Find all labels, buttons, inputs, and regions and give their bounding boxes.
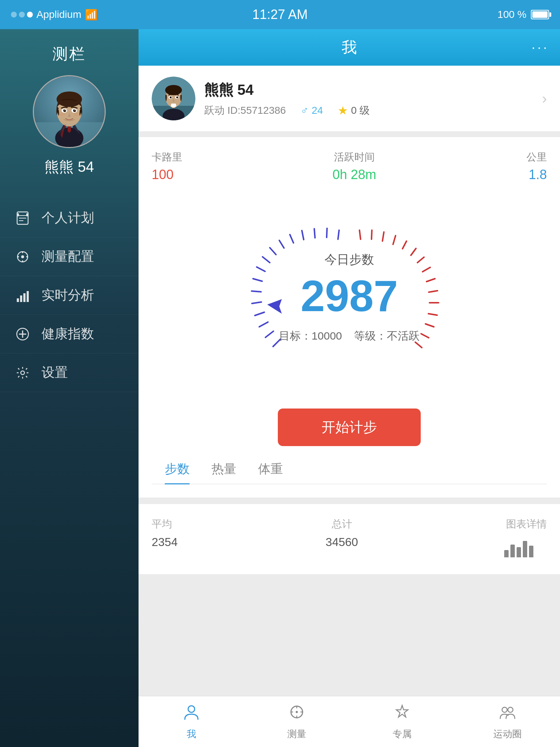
tab-me[interactable]: 我 (139, 696, 244, 747)
signal-dots (11, 12, 33, 18)
profile-level: ★ 0 级 (338, 104, 370, 117)
total-value: 34560 (326, 535, 358, 549)
svg-line-64 (252, 302, 261, 303)
main-layout: 测栏 (0, 29, 560, 747)
svg-point-58 (176, 97, 178, 98)
svg-line-80 (393, 236, 396, 244)
svg-line-62 (259, 322, 268, 327)
svg-line-72 (302, 231, 304, 240)
bar-2 (510, 545, 515, 557)
profile-age: 24 (312, 105, 323, 116)
signal-dot-3 (27, 12, 33, 18)
realtime-analysis-label: 实时分析 (42, 286, 94, 304)
distance-label: 公里 (526, 150, 547, 164)
level-value: 0 级 (351, 104, 370, 117)
gauge-center: 今日步数 2987 目标：10000 等级：不活跃 (279, 251, 420, 344)
svg-line-47 (18, 376, 20, 378)
svg-line-45 (26, 376, 27, 378)
distance-value: 1.8 (526, 167, 547, 182)
app-name: Applidium (36, 9, 81, 20)
sidebar-item-settings[interactable]: 设置 (0, 353, 139, 392)
tab-weight[interactable]: 体重 (258, 461, 283, 484)
stats-section: 平均 2354 总计 34560 图表详情 (139, 504, 560, 574)
chart-label: 图表详情 (506, 517, 547, 531)
svg-point-54 (165, 85, 182, 95)
tab-measure[interactable]: 测量 (244, 696, 349, 747)
profile-avatar (152, 77, 195, 120)
calories-value: 100 (152, 167, 182, 182)
svg-line-84 (423, 267, 430, 272)
chart-col[interactable]: 图表详情 (506, 517, 547, 561)
sidebar-item-realtime-analysis[interactable]: 实时分析 (0, 276, 139, 315)
total-label: 总计 (326, 517, 358, 531)
svg-line-88 (428, 314, 437, 315)
svg-line-85 (427, 279, 435, 282)
profile-meta: 跃动 ID:55712386 ♂ 24 ★ 0 级 (204, 104, 533, 117)
svg-line-79 (382, 232, 384, 241)
svg-line-75 (338, 230, 339, 239)
health-index-label: 健康指数 (42, 325, 94, 343)
content-area: 熊熊 54 跃动 ID:55712386 ♂ 24 ★ 0 级 › (139, 66, 560, 747)
svg-rect-24 (17, 213, 19, 216)
profile-avatar-svg (152, 77, 195, 120)
right-header-title: 我 (342, 37, 357, 58)
profile-arrow[interactable]: › (542, 90, 547, 107)
avg-label: 平均 (152, 517, 178, 531)
svg-point-92 (188, 706, 195, 712)
realtime-analysis-icon (15, 287, 31, 303)
svg-line-65 (252, 291, 261, 292)
tab-steps[interactable]: 步数 (165, 461, 190, 484)
tab-social-label: 运动圈 (493, 728, 522, 740)
status-bar-right: 100 % (498, 9, 549, 20)
svg-point-19 (74, 113, 79, 116)
svg-line-70 (279, 240, 284, 248)
svg-line-71 (290, 235, 293, 243)
svg-line-81 (402, 241, 407, 249)
avatar-svg (34, 75, 105, 148)
star-icon: ★ (338, 104, 348, 117)
tab-special[interactable]: 专属 (349, 696, 455, 747)
battery-icon (531, 10, 549, 19)
svg-line-46 (26, 368, 27, 369)
profile-gender: ♂ 24 (300, 104, 323, 117)
settings-icon (15, 365, 31, 381)
tab-social[interactable]: 运动圈 (455, 696, 560, 747)
gauge-value: 2987 (279, 274, 420, 318)
gauge-label: 今日步数 (279, 251, 420, 268)
svg-line-78 (372, 230, 372, 239)
goal-label: 目标：10000 (279, 330, 342, 342)
svg-rect-33 (20, 295, 22, 302)
chart-icon (506, 535, 532, 561)
gauge-container: 今日步数 2987 目标：10000 等级：不活跃 (152, 193, 547, 398)
sidebar-item-personal-plan[interactable]: 个人计划 (0, 199, 139, 237)
sidebar-item-measure-config[interactable]: 测量配置 (0, 237, 139, 276)
svg-point-94 (296, 711, 298, 713)
svg-line-73 (314, 229, 315, 238)
tab-me-label: 我 (187, 728, 196, 740)
svg-rect-34 (23, 293, 26, 302)
active-time-stat: 活跃时间 0h 28m (332, 150, 376, 182)
tab-social-icon (499, 703, 516, 725)
sidebar: 测栏 (0, 29, 139, 747)
wifi-icon: 📶 (85, 9, 98, 21)
tab-calories[interactable]: 热量 (211, 461, 236, 484)
status-bar: Applidium 📶 11:27 AM 100 % (0, 0, 560, 29)
bar-3 (517, 547, 521, 557)
signal-dot-1 (11, 12, 17, 18)
distance-stat: 公里 1.8 (526, 150, 547, 182)
svg-line-67 (257, 267, 265, 271)
tab-special-icon (393, 703, 411, 725)
sidebar-item-health-index[interactable]: 健康指数 (0, 315, 139, 353)
svg-point-27 (21, 255, 24, 258)
svg-rect-35 (27, 291, 29, 302)
bar-5 (529, 546, 533, 557)
calories-label: 卡路里 (152, 150, 182, 164)
level-text: 等级：不活跃 (354, 330, 420, 342)
more-button[interactable]: ··· (532, 40, 549, 55)
svg-point-17 (74, 109, 75, 111)
profile-card[interactable]: 熊熊 54 跃动 ID:55712386 ♂ 24 ★ 0 级 › (139, 66, 560, 131)
start-button[interactable]: 开始计步 (278, 409, 421, 446)
bar-4 (523, 541, 527, 557)
sidebar-avatar (33, 75, 106, 148)
tab-me-icon (183, 703, 200, 725)
